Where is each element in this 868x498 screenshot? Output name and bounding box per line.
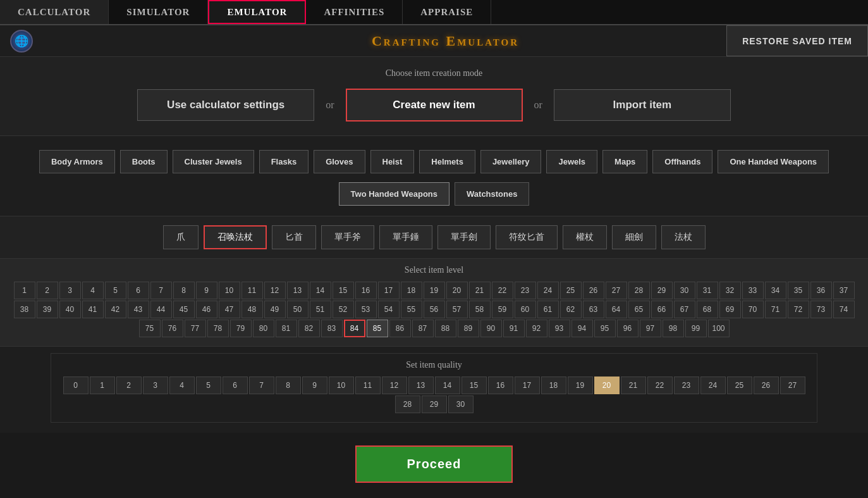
quality-btn-14[interactable]: 14 — [435, 377, 460, 394]
level-btn-18[interactable]: 18 — [401, 282, 422, 299]
level-btn-53[interactable]: 53 — [355, 301, 377, 318]
level-btn-61[interactable]: 61 — [537, 301, 559, 318]
level-btn-69[interactable]: 69 — [719, 301, 741, 318]
level-btn-6[interactable]: 6 — [128, 282, 149, 299]
level-btn-90[interactable]: 90 — [480, 320, 502, 337]
cat-two-handed-weapons[interactable]: Two Handed Weapons — [339, 182, 449, 206]
quality-btn-21[interactable]: 21 — [621, 377, 646, 394]
create-new-item-button[interactable]: Create new item — [346, 89, 523, 121]
level-btn-93[interactable]: 93 — [549, 320, 570, 337]
level-btn-99[interactable]: 99 — [685, 320, 707, 337]
cat-jewellery[interactable]: Jewellery — [480, 150, 542, 173]
level-btn-71[interactable]: 71 — [765, 301, 786, 318]
quality-btn-0[interactable]: 0 — [63, 377, 89, 394]
level-btn-22[interactable]: 22 — [492, 282, 513, 299]
nav-simulator[interactable]: Simulator — [109, 0, 208, 24]
level-btn-84[interactable]: 84 — [344, 320, 365, 337]
subcat-4[interactable]: 單手錘 — [379, 225, 432, 249]
level-btn-76[interactable]: 76 — [162, 320, 183, 337]
level-btn-28[interactable]: 28 — [628, 282, 650, 299]
level-btn-38[interactable]: 38 — [14, 301, 35, 318]
level-btn-45[interactable]: 45 — [173, 301, 195, 318]
level-btn-46[interactable]: 46 — [196, 301, 217, 318]
level-btn-79[interactable]: 79 — [230, 320, 252, 337]
nav-appraise[interactable]: Appraise — [403, 0, 491, 24]
level-btn-21[interactable]: 21 — [469, 282, 491, 299]
level-btn-42[interactable]: 42 — [105, 301, 126, 318]
cat-gloves[interactable]: Gloves — [314, 150, 365, 173]
level-btn-47[interactable]: 47 — [219, 301, 240, 318]
level-btn-2[interactable]: 2 — [37, 282, 58, 299]
level-btn-52[interactable]: 52 — [333, 301, 354, 318]
level-btn-3[interactable]: 3 — [59, 282, 81, 299]
nav-calculator[interactable]: Calculator — [0, 0, 109, 24]
subcat-1[interactable]: 召唤法杖 — [204, 225, 267, 249]
level-btn-39[interactable]: 39 — [37, 301, 58, 318]
level-btn-12[interactable]: 12 — [264, 282, 286, 299]
level-btn-13[interactable]: 13 — [287, 282, 309, 299]
level-btn-67[interactable]: 67 — [674, 301, 695, 318]
level-btn-7[interactable]: 7 — [150, 282, 172, 299]
quality-btn-19[interactable]: 19 — [568, 377, 593, 394]
level-btn-65[interactable]: 65 — [628, 301, 650, 318]
level-btn-60[interactable]: 60 — [515, 301, 536, 318]
level-btn-26[interactable]: 26 — [583, 282, 604, 299]
level-btn-75[interactable]: 75 — [139, 320, 161, 337]
quality-btn-24[interactable]: 24 — [700, 377, 726, 394]
level-btn-68[interactable]: 68 — [697, 301, 718, 318]
level-btn-64[interactable]: 64 — [606, 301, 627, 318]
nav-emulator[interactable]: Emulator — [208, 0, 306, 24]
level-btn-87[interactable]: 87 — [412, 320, 434, 337]
level-btn-54[interactable]: 54 — [378, 301, 400, 318]
level-btn-50[interactable]: 50 — [287, 301, 309, 318]
cat-one-handed-weapons[interactable]: One Handed Weapons — [718, 150, 829, 173]
level-btn-49[interactable]: 49 — [264, 301, 286, 318]
level-btn-91[interactable]: 91 — [503, 320, 525, 337]
import-item-button[interactable]: Import item — [554, 89, 731, 121]
proceed-button[interactable]: Proceed — [355, 445, 513, 483]
cat-offhands[interactable]: Offhands — [652, 150, 712, 173]
level-btn-59[interactable]: 59 — [492, 301, 513, 318]
level-btn-37[interactable]: 37 — [833, 282, 855, 299]
quality-btn-17[interactable]: 17 — [515, 377, 540, 394]
level-btn-98[interactable]: 98 — [663, 320, 684, 337]
level-btn-25[interactable]: 25 — [560, 282, 582, 299]
quality-btn-20[interactable]: 20 — [594, 377, 620, 394]
level-btn-27[interactable]: 27 — [606, 282, 627, 299]
cat-helmets[interactable]: Helmets — [419, 150, 475, 173]
subcat-7[interactable]: 權杖 — [563, 225, 607, 249]
quality-btn-2[interactable]: 2 — [116, 377, 142, 394]
quality-btn-12[interactable]: 12 — [382, 377, 407, 394]
level-btn-70[interactable]: 70 — [742, 301, 764, 318]
quality-btn-23[interactable]: 23 — [674, 377, 699, 394]
quality-btn-4[interactable]: 4 — [169, 377, 195, 394]
level-btn-31[interactable]: 31 — [697, 282, 718, 299]
quality-btn-30[interactable]: 30 — [448, 395, 474, 413]
level-btn-74[interactable]: 74 — [833, 301, 855, 318]
level-btn-62[interactable]: 62 — [560, 301, 582, 318]
quality-btn-18[interactable]: 18 — [541, 377, 566, 394]
level-btn-20[interactable]: 20 — [446, 282, 468, 299]
level-btn-44[interactable]: 44 — [150, 301, 172, 318]
quality-btn-5[interactable]: 5 — [196, 377, 221, 394]
cat-watchstones[interactable]: Watchstones — [455, 182, 529, 206]
subcat-5[interactable]: 單手劍 — [437, 225, 491, 249]
level-btn-30[interactable]: 30 — [674, 282, 695, 299]
level-btn-94[interactable]: 94 — [572, 320, 593, 337]
level-btn-78[interactable]: 78 — [207, 320, 229, 337]
quality-btn-8[interactable]: 8 — [276, 377, 301, 394]
cat-cluster-jewels[interactable]: Cluster Jewels — [173, 150, 254, 173]
quality-btn-26[interactable]: 26 — [754, 377, 779, 394]
level-btn-33[interactable]: 33 — [742, 282, 764, 299]
level-btn-41[interactable]: 41 — [82, 301, 104, 318]
level-btn-1[interactable]: 1 — [14, 282, 35, 299]
level-btn-8[interactable]: 8 — [173, 282, 195, 299]
subcat-6[interactable]: 符纹匕首 — [496, 225, 558, 249]
level-btn-4[interactable]: 4 — [82, 282, 104, 299]
level-btn-32[interactable]: 32 — [719, 282, 741, 299]
quality-btn-6[interactable]: 6 — [223, 377, 248, 394]
level-btn-63[interactable]: 63 — [583, 301, 604, 318]
level-btn-16[interactable]: 16 — [355, 282, 377, 299]
level-btn-85[interactable]: 85 — [367, 320, 388, 337]
cat-jewels[interactable]: Jewels — [546, 150, 597, 173]
